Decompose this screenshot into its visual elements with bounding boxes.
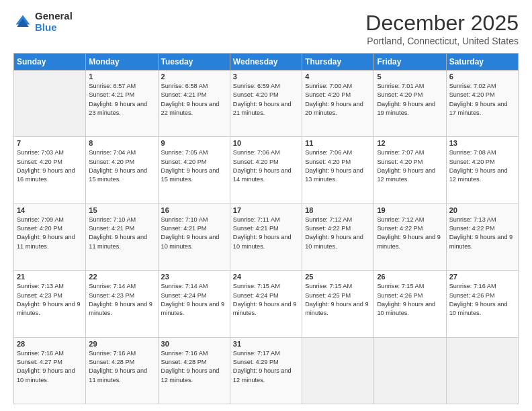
calendar-cell: 8Sunrise: 7:04 AMSunset: 4:20 PMDaylight… (86, 137, 158, 203)
calendar-cell (14, 71, 86, 137)
calendar-cell: 23Sunrise: 7:14 AMSunset: 4:24 PMDayligh… (158, 271, 230, 337)
cell-info: Sunrise: 7:11 AMSunset: 4:21 PMDaylight:… (233, 216, 299, 251)
day-header-wednesday: Wednesday (230, 54, 302, 71)
day-number: 30 (161, 340, 227, 348)
day-number: 27 (449, 273, 515, 281)
cell-info: Sunrise: 7:00 AMSunset: 4:20 PMDaylight:… (305, 82, 371, 118)
cell-info: Sunrise: 7:12 AMSunset: 4:22 PMDaylight:… (377, 216, 443, 251)
day-number: 22 (89, 273, 154, 281)
cell-info: Sunrise: 7:04 AMSunset: 4:20 PMDaylight:… (89, 148, 154, 184)
calendar-cell: 14Sunrise: 7:09 AMSunset: 4:20 PMDayligh… (14, 203, 86, 270)
calendar-header: SundayMondayTuesdayWednesdayThursdayFrid… (14, 54, 519, 71)
calendar-cell: 16Sunrise: 7:10 AMSunset: 4:21 PMDayligh… (158, 203, 230, 270)
day-header-thursday: Thursday (302, 54, 374, 71)
cell-info: Sunrise: 7:08 AMSunset: 4:20 PMDaylight:… (449, 148, 515, 184)
cell-info: Sunrise: 7:14 AMSunset: 4:23 PMDaylight:… (89, 282, 154, 318)
day-number: 16 (161, 206, 227, 214)
cell-info: Sunrise: 6:58 AMSunset: 4:21 PMDaylight:… (161, 82, 227, 118)
cell-info: Sunrise: 7:13 AMSunset: 4:22 PMDaylight:… (449, 216, 515, 251)
day-number: 2 (161, 73, 227, 81)
day-number: 1 (89, 73, 154, 81)
day-number: 13 (449, 139, 515, 147)
page: General Blue December 2025 Portland, Con… (0, 0, 532, 411)
day-number: 31 (233, 340, 299, 348)
day-number: 11 (305, 139, 371, 147)
calendar-cell: 4Sunrise: 7:00 AMSunset: 4:20 PMDaylight… (302, 71, 374, 137)
cell-info: Sunrise: 7:06 AMSunset: 4:20 PMDaylight:… (305, 148, 371, 184)
day-number: 28 (17, 340, 83, 348)
cell-info: Sunrise: 7:14 AMSunset: 4:24 PMDaylight:… (161, 282, 227, 318)
day-number: 25 (305, 273, 371, 281)
calendar-cell: 11Sunrise: 7:06 AMSunset: 4:20 PMDayligh… (302, 137, 374, 203)
cell-info: Sunrise: 6:57 AMSunset: 4:21 PMDaylight:… (89, 82, 154, 118)
calendar-cell: 6Sunrise: 7:02 AMSunset: 4:20 PMDaylight… (446, 71, 518, 137)
logo-text: General Blue (35, 11, 73, 33)
cell-info: Sunrise: 7:13 AMSunset: 4:23 PMDaylight:… (17, 282, 83, 318)
day-number: 19 (377, 206, 443, 214)
day-number: 8 (89, 139, 154, 147)
cell-info: Sunrise: 7:01 AMSunset: 4:20 PMDaylight:… (377, 82, 443, 118)
calendar-cell: 10Sunrise: 7:06 AMSunset: 4:20 PMDayligh… (230, 137, 302, 203)
day-header-monday: Monday (86, 54, 158, 71)
cell-info: Sunrise: 7:16 AMSunset: 4:26 PMDaylight:… (449, 282, 515, 318)
location-title: Portland, Connecticut, United States (365, 36, 519, 46)
calendar-cell: 31Sunrise: 7:17 AMSunset: 4:29 PMDayligh… (230, 337, 302, 404)
calendar-cell: 25Sunrise: 7:15 AMSunset: 4:25 PMDayligh… (302, 271, 374, 337)
cell-info: Sunrise: 7:09 AMSunset: 4:20 PMDaylight:… (17, 216, 83, 251)
day-number: 12 (377, 139, 443, 147)
calendar-cell: 9Sunrise: 7:05 AMSunset: 4:20 PMDaylight… (158, 137, 230, 203)
day-number: 20 (449, 206, 515, 214)
cell-info: Sunrise: 7:16 AMSunset: 4:28 PMDaylight:… (89, 349, 154, 385)
week-row-0: 1Sunrise: 6:57 AMSunset: 4:21 PMDaylight… (14, 71, 519, 137)
cell-info: Sunrise: 7:16 AMSunset: 4:28 PMDaylight:… (161, 349, 227, 385)
cell-info: Sunrise: 7:15 AMSunset: 4:25 PMDaylight:… (305, 282, 371, 318)
month-title: December 2025 (365, 11, 519, 36)
cell-info: Sunrise: 7:16 AMSunset: 4:27 PMDaylight:… (17, 349, 83, 385)
day-number: 29 (89, 340, 154, 348)
logo-icon (13, 13, 32, 32)
calendar-body: 1Sunrise: 6:57 AMSunset: 4:21 PMDaylight… (14, 71, 519, 404)
day-number: 24 (233, 273, 299, 281)
calendar-cell: 26Sunrise: 7:15 AMSunset: 4:26 PMDayligh… (374, 271, 446, 337)
calendar-cell: 15Sunrise: 7:10 AMSunset: 4:21 PMDayligh… (86, 203, 158, 270)
calendar-cell: 3Sunrise: 6:59 AMSunset: 4:20 PMDaylight… (230, 71, 302, 137)
day-number: 6 (449, 73, 515, 81)
calendar-cell (302, 337, 374, 404)
calendar-cell: 24Sunrise: 7:15 AMSunset: 4:24 PMDayligh… (230, 271, 302, 337)
calendar-cell: 7Sunrise: 7:03 AMSunset: 4:20 PMDaylight… (14, 137, 86, 203)
title-block: December 2025 Portland, Connecticut, Uni… (365, 11, 519, 46)
day-header-tuesday: Tuesday (158, 54, 230, 71)
day-number: 17 (233, 206, 299, 214)
cell-info: Sunrise: 7:17 AMSunset: 4:29 PMDaylight:… (233, 349, 299, 385)
cell-info: Sunrise: 7:03 AMSunset: 4:20 PMDaylight:… (17, 148, 83, 184)
calendar-cell: 1Sunrise: 6:57 AMSunset: 4:21 PMDaylight… (86, 71, 158, 137)
logo: General Blue (13, 11, 73, 33)
day-number: 21 (17, 273, 83, 281)
calendar-cell: 21Sunrise: 7:13 AMSunset: 4:23 PMDayligh… (14, 271, 86, 337)
day-header-friday: Friday (374, 54, 446, 71)
calendar-cell: 18Sunrise: 7:12 AMSunset: 4:22 PMDayligh… (302, 203, 374, 270)
calendar-cell: 30Sunrise: 7:16 AMSunset: 4:28 PMDayligh… (158, 337, 230, 404)
week-row-1: 7Sunrise: 7:03 AMSunset: 4:20 PMDaylight… (14, 137, 519, 203)
cell-info: Sunrise: 7:10 AMSunset: 4:21 PMDaylight:… (161, 216, 227, 251)
header-row: SundayMondayTuesdayWednesdayThursdayFrid… (14, 54, 519, 71)
calendar-table: SundayMondayTuesdayWednesdayThursdayFrid… (13, 53, 519, 404)
calendar-cell: 28Sunrise: 7:16 AMSunset: 4:27 PMDayligh… (14, 337, 86, 404)
cell-info: Sunrise: 7:12 AMSunset: 4:22 PMDaylight:… (305, 216, 371, 251)
calendar-cell: 20Sunrise: 7:13 AMSunset: 4:22 PMDayligh… (446, 203, 518, 270)
calendar-cell: 29Sunrise: 7:16 AMSunset: 4:28 PMDayligh… (86, 337, 158, 404)
calendar-cell: 12Sunrise: 7:07 AMSunset: 4:20 PMDayligh… (374, 137, 446, 203)
calendar-cell (446, 337, 518, 404)
cell-info: Sunrise: 7:10 AMSunset: 4:21 PMDaylight:… (89, 216, 154, 251)
cell-info: Sunrise: 7:06 AMSunset: 4:20 PMDaylight:… (233, 148, 299, 184)
cell-info: Sunrise: 6:59 AMSunset: 4:20 PMDaylight:… (233, 82, 299, 118)
day-header-saturday: Saturday (446, 54, 518, 71)
calendar-cell: 17Sunrise: 7:11 AMSunset: 4:21 PMDayligh… (230, 203, 302, 270)
calendar-cell: 22Sunrise: 7:14 AMSunset: 4:23 PMDayligh… (86, 271, 158, 337)
week-row-3: 21Sunrise: 7:13 AMSunset: 4:23 PMDayligh… (14, 271, 519, 337)
header: General Blue December 2025 Portland, Con… (13, 11, 519, 46)
cell-info: Sunrise: 7:05 AMSunset: 4:20 PMDaylight:… (161, 148, 227, 184)
calendar-cell: 13Sunrise: 7:08 AMSunset: 4:20 PMDayligh… (446, 137, 518, 203)
day-number: 15 (89, 206, 154, 214)
logo-general: General (35, 11, 73, 22)
